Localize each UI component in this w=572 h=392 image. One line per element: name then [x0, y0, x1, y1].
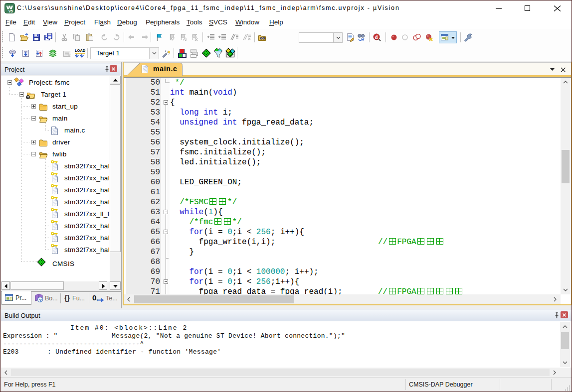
svg-text:d: d [375, 34, 378, 40]
svg-text:V5: V5 [8, 9, 13, 13]
svg-text:LOAD: LOAD [75, 48, 86, 53]
svg-text:?: ? [39, 298, 42, 303]
